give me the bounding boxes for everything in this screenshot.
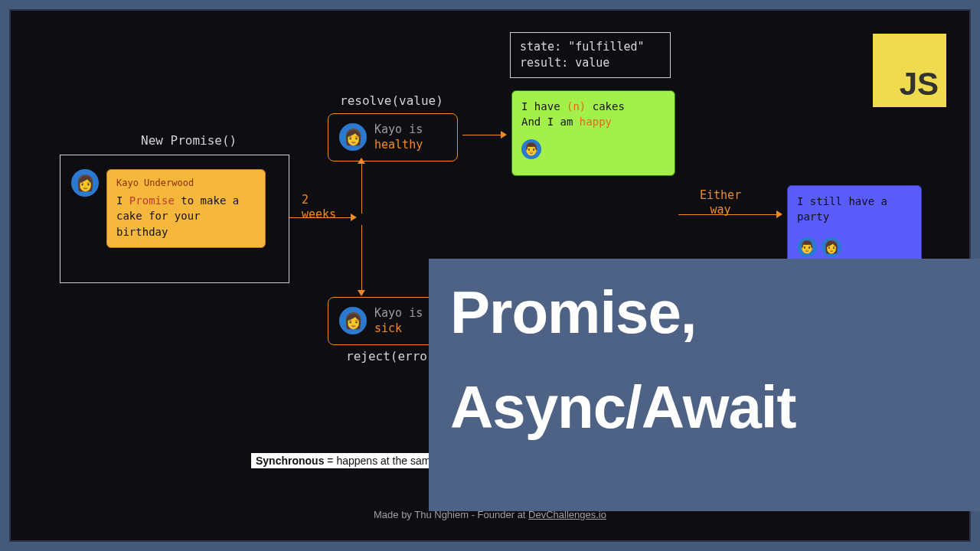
title-line-2: Async/Await — [450, 375, 959, 439]
new-promise-box: 👩 Kayo Underwood I Promise to make a cak… — [60, 155, 289, 283]
avatar-icon: 👩 — [339, 123, 367, 151]
avatar-icon: 👩 — [71, 169, 99, 197]
arrow-head-icon — [358, 290, 365, 296]
edge-either-way: Either way — [700, 188, 741, 217]
js-logo: JS — [873, 34, 946, 107]
label-new-promise: New Promise() — [141, 133, 237, 148]
title-line-1: Promise, — [450, 280, 959, 344]
avatar-icon: 👩 — [339, 307, 367, 334]
arrow-head-icon — [501, 131, 507, 139]
promise-body: I Promise to make a cake for your birthd… — [116, 193, 256, 240]
edge-two-weeks: 2 weeks — [302, 193, 336, 222]
title-overlay: Promise, Async/Await — [429, 259, 980, 511]
avatar-icon: 👩 — [822, 237, 841, 257]
arrow-head-icon — [351, 214, 357, 221]
fulfilled-box: state: "fulfilled" result: value — [510, 32, 671, 78]
green-card: I have (n) cakes And I am happy 👨 — [511, 90, 675, 176]
state-healthy-card: 👩 Kayo is healthy — [328, 113, 458, 161]
purple-text: I still have a party — [797, 194, 912, 225]
arrow-up — [361, 164, 362, 214]
arrow-head-icon — [776, 210, 782, 218]
label-reject: reject(error) — [346, 349, 442, 364]
promise-card: Kayo Underwood I Promise to make a cake … — [106, 169, 266, 248]
avatar-icon: 👨 — [521, 139, 541, 159]
arrow-to-green — [462, 135, 501, 135]
state-healthy-text: Kayo is healthy — [374, 122, 423, 153]
purple-card: I still have a party 👨 👩 — [787, 185, 922, 269]
sync-definition: Synchronous = happens at the same — [251, 453, 441, 468]
label-resolve: resolve(value) — [340, 93, 443, 108]
avatar-icon: 👨 — [797, 237, 817, 257]
promise-author: Kayo Underwood — [116, 178, 256, 188]
arrow-down — [361, 225, 362, 290]
state-sick-text: Kayo is sick — [374, 305, 423, 337]
